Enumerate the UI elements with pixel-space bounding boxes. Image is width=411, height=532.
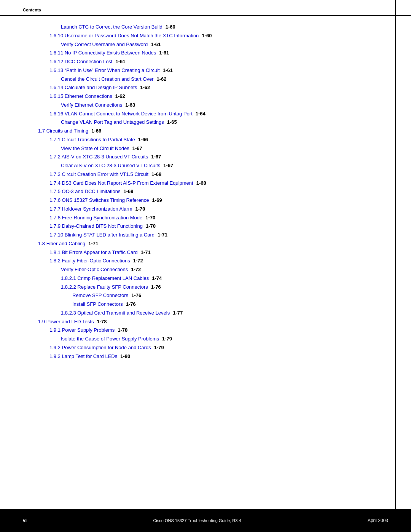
- toc-link-text[interactable]: 1.7.9 Daisy-Chained BITS Not Functioning: [49, 222, 143, 231]
- toc-link-text[interactable]: 1.6.16 VLAN Cannot Connect to Network De…: [49, 110, 193, 118]
- toc-entry[interactable]: 1.9.1 Power Supply Problems1-78: [49, 326, 388, 335]
- toc-page-number: 1-61: [115, 58, 125, 66]
- toc-page-number: 1-60: [166, 23, 175, 32]
- toc-link-text[interactable]: 1.8.1 Bit Errors Appear for a Traffic Ca…: [49, 248, 138, 257]
- toc-link-text[interactable]: 1.8.2.3 Optical Card Transmit and Receiv…: [61, 309, 170, 318]
- toc-link-text[interactable]: Remove SFP Connectors: [72, 291, 128, 300]
- toc-entry[interactable]: 1.8.2.3 Optical Card Transmit and Receiv…: [61, 309, 388, 318]
- toc-page-number: 1-67: [163, 161, 173, 170]
- toc-link-text[interactable]: 1.9.3 Lamp Test for Card LEDs: [49, 352, 117, 361]
- toc-link-text[interactable]: 1.7.3 Circuit Creation Error with VT1.5 …: [49, 170, 148, 179]
- toc-link-text[interactable]: 1.7.1 Circuit Transitions to Partial Sta…: [49, 136, 135, 144]
- toc-entry[interactable]: 1.6.15 Ethernet Connections1-62: [49, 92, 388, 101]
- toc-link-text[interactable]: Launch CTC to Correct the Core Version B…: [61, 23, 162, 32]
- toc-entry[interactable]: View the State of Circuit Nodes1-67: [61, 144, 388, 153]
- toc-entry[interactable]: 1.8.2.2 Replace Faulty SFP Connectors1-7…: [61, 283, 388, 292]
- toc-page-number: 1-69: [123, 187, 133, 196]
- toc-page-number: 1-60: [202, 32, 212, 40]
- toc-entry[interactable]: 1.7.3 Circuit Creation Error with VT1.5 …: [49, 170, 388, 179]
- toc-link-text[interactable]: View the State of Circuit Nodes: [61, 144, 129, 153]
- toc-entry[interactable]: 1.6.16 VLAN Cannot Connect to Network De…: [49, 110, 388, 118]
- toc-page-number: 1-74: [152, 274, 162, 283]
- toc-entry[interactable]: Verify Fiber-Optic Connections1-72: [61, 265, 388, 274]
- toc-link-text[interactable]: 1.7.5 OC-3 and DCC Limitations: [49, 187, 120, 196]
- toc-entry[interactable]: 1.8.2.1 Crimp Replacement LAN Cables1-74: [61, 274, 388, 283]
- toc-link-text[interactable]: 1.6.10 Username or Password Does Not Mat…: [49, 32, 199, 40]
- toc-entry[interactable]: 1.9 Power and LED Tests1-78: [38, 318, 388, 326]
- toc-link-text[interactable]: 1.9 Power and LED Tests: [38, 318, 94, 326]
- toc-link-text[interactable]: Clear AIS-V on XTC-28-3 Unused VT Circui…: [61, 161, 160, 170]
- toc-entry[interactable]: 1.7.8 Free-Running Synchronization Mode1…: [49, 214, 388, 222]
- toc-entry[interactable]: Install SFP Connectors1-76: [72, 300, 388, 309]
- toc-link-text[interactable]: Install SFP Connectors: [72, 300, 123, 309]
- toc-link-text[interactable]: 1.7.6 ONS 15327 Switches Timing Referenc…: [49, 196, 149, 205]
- toc-entry[interactable]: 1.7.10 Blinking STAT LED after Installin…: [49, 231, 388, 240]
- toc-entry[interactable]: Verify Correct Username and Password1-61: [61, 40, 388, 49]
- toc-entry[interactable]: 1.6.10 Username or Password Does Not Mat…: [49, 32, 388, 40]
- toc-entry[interactable]: 1.7.5 OC-3 and DCC Limitations1-69: [49, 187, 388, 196]
- toc-link-text[interactable]: Isolate the Cause of Power Supply Proble…: [61, 335, 159, 343]
- toc-entry[interactable]: 1.9.2 Power Consumption for Node and Car…: [49, 343, 388, 352]
- toc-entry[interactable]: 1.7 Circuits and Timing1-66: [38, 127, 388, 136]
- toc-link-text[interactable]: 1.7.2 AIS-V on XTC-28-3 Unused VT Circui…: [49, 153, 148, 161]
- toc-link-text[interactable]: 1.6.12 DCC Connection Lost: [49, 58, 112, 66]
- toc-link-text[interactable]: Verify Fiber-Optic Connections: [61, 265, 128, 274]
- toc-entry[interactable]: Remove SFP Connectors1-76: [72, 291, 388, 300]
- toc-entry[interactable]: 1.8.2 Faulty Fiber-Optic Connections1-72: [49, 257, 388, 265]
- toc-link-text[interactable]: 1.6.14 Calculate and Design IP Subnets: [49, 83, 137, 92]
- toc-entry[interactable]: 1.7.1 Circuit Transitions to Partial Sta…: [49, 136, 388, 144]
- toc-entry[interactable]: Clear AIS-V on XTC-28-3 Unused VT Circui…: [61, 161, 388, 170]
- toc-link-text[interactable]: 1.6.15 Ethernet Connections: [49, 92, 112, 101]
- toc-entry[interactable]: 1.6.12 DCC Connection Lost1-61: [49, 58, 388, 66]
- toc-entry[interactable]: 1.7.4 DS3 Card Does Not Report AIS-P Fro…: [49, 179, 388, 188]
- toc-page-number: 1-77: [173, 309, 183, 318]
- toc-entry[interactable]: 1.6.13 “Path in Use” Error When Creating…: [49, 66, 388, 75]
- toc-link-text[interactable]: 1.8.2.1 Crimp Replacement LAN Cables: [61, 274, 149, 283]
- toc-link-text[interactable]: 1.8.2.2 Replace Faulty SFP Connectors: [61, 283, 148, 292]
- toc-page-number: 1-63: [125, 101, 135, 110]
- toc-entry[interactable]: 1.7.7 Holdover Synchronization Alarm1-70: [49, 205, 388, 214]
- toc-link-text[interactable]: 1.7.4 DS3 Card Does Not Report AIS-P Fro…: [49, 179, 193, 188]
- toc-entry[interactable]: 1.7.6 ONS 15327 Switches Timing Referenc…: [49, 196, 388, 205]
- toc-page-number: 1-66: [138, 136, 148, 144]
- toc-page-number: 1-70: [146, 222, 156, 231]
- toc-page-number: 1-62: [157, 75, 167, 84]
- toc-link-text[interactable]: 1.6.13 “Path in Use” Error When Creating…: [49, 66, 160, 75]
- date-text: April 2003: [368, 518, 388, 523]
- toc-link-text[interactable]: 1.7.10 Blinking STAT LED after Installin…: [49, 231, 155, 240]
- toc-link-text[interactable]: 1.8 Fiber and Cabling: [38, 240, 85, 248]
- toc-link-text[interactable]: 1.9.2 Power Consumption for Node and Car…: [49, 343, 151, 352]
- toc-entry[interactable]: Launch CTC to Correct the Core Version B…: [61, 23, 388, 32]
- toc-page-number: 1-70: [145, 214, 155, 222]
- toc-entry[interactable]: 1.9.3 Lamp Test for Card LEDs1-80: [49, 352, 388, 361]
- toc-page-number: 1-62: [115, 92, 125, 101]
- toc-link-text[interactable]: Verify Ethernet Connections: [61, 101, 122, 110]
- toc-link-text[interactable]: Cancel the Circuit Creation and Start Ov…: [61, 75, 154, 84]
- top-border-line: [0, 15, 411, 16]
- toc-page-number: 1-66: [91, 127, 101, 136]
- toc-page-number: 1-71: [158, 231, 167, 240]
- toc-entry[interactable]: Change VLAN Port Tag and Untagged Settin…: [61, 118, 388, 127]
- toc-entry[interactable]: 1.6.14 Calculate and Design IP Subnets1-…: [49, 83, 388, 92]
- toc-entry[interactable]: Verify Ethernet Connections1-63: [61, 101, 388, 110]
- toc-entry[interactable]: Isolate the Cause of Power Supply Proble…: [61, 335, 388, 343]
- toc-link-text[interactable]: 1.8.2 Faulty Fiber-Optic Connections: [49, 257, 130, 265]
- toc-link-text[interactable]: 1.7.7 Holdover Synchronization Alarm: [49, 205, 132, 214]
- toc-link-text[interactable]: 1.6.11 No IP Connectivity Exists Between…: [49, 49, 156, 58]
- toc-link-text[interactable]: 1.9.1 Power Supply Problems: [49, 326, 115, 335]
- toc-link-text[interactable]: Change VLAN Port Tag and Untagged Settin…: [61, 118, 164, 127]
- toc-page-number: 1-62: [140, 83, 150, 92]
- toc-page-number: 1-76: [151, 283, 161, 292]
- toc-link-text[interactable]: 1.7.8 Free-Running Synchronization Mode: [49, 214, 142, 222]
- toc-entry[interactable]: Cancel the Circuit Creation and Start Ov…: [61, 75, 388, 84]
- header-label: Contents: [23, 8, 41, 12]
- toc-entry[interactable]: 1.8 Fiber and Cabling1-71: [38, 240, 388, 248]
- toc-entry[interactable]: 1.6.11 No IP Connectivity Exists Between…: [49, 49, 388, 58]
- toc-link-text[interactable]: Verify Correct Username and Password: [61, 40, 148, 49]
- toc-entry[interactable]: 1.7.9 Daisy-Chained BITS Not Functioning…: [49, 222, 388, 231]
- toc-entry[interactable]: 1.7.2 AIS-V on XTC-28-3 Unused VT Circui…: [49, 153, 388, 161]
- toc-page-number: 1-67: [132, 144, 142, 153]
- toc-entry[interactable]: 1.8.1 Bit Errors Appear for a Traffic Ca…: [49, 248, 388, 257]
- toc-link-text[interactable]: 1.7 Circuits and Timing: [38, 127, 88, 136]
- toc-content: Launch CTC to Correct the Core Version B…: [38, 23, 388, 502]
